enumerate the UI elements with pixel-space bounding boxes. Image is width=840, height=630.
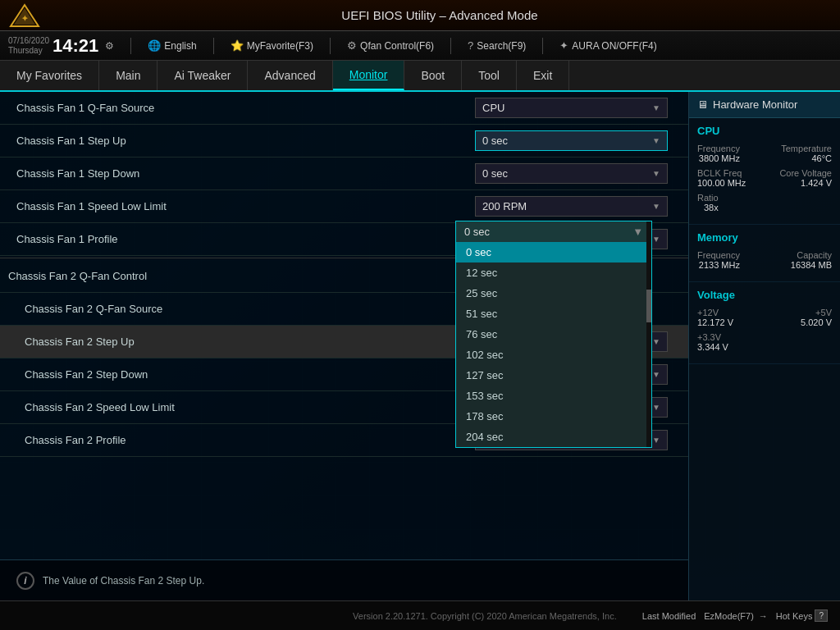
mem-capacity-value: 16384 MB: [791, 260, 832, 270]
dropdown-option-25sec[interactable]: 25 sec: [456, 283, 651, 304]
aura-icon: ✦: [559, 39, 568, 52]
chevron-down-icon: ▼: [652, 202, 660, 211]
12v-value: 12.172 V: [697, 317, 733, 327]
search-icon: ?: [468, 39, 473, 52]
english-button[interactable]: 🌐 English: [148, 39, 196, 52]
chassis-fan1-profile-label: Chassis Fan 1 Profile: [16, 233, 475, 245]
divider: [330, 38, 331, 54]
footer-buttons: Last Modified EzMode(F7) → Hot Keys ?: [642, 609, 828, 622]
dropdown-option-178sec[interactable]: 178 sec: [456, 406, 651, 427]
chassis-fan1-step-down-dropdown[interactable]: 0 sec ▼: [475, 163, 668, 184]
tab-tool[interactable]: Tool: [462, 61, 517, 90]
cpu-temperature-label: Temperature: [781, 144, 832, 153]
33v-row: +3.3V 3.344 V: [697, 332, 832, 352]
cpu-freq-temp-row: Frequency 3800 MHz Temperature 46°C: [697, 144, 832, 163]
chassis-fan1-qfan-source-label: Chassis Fan 1 Q-Fan Source: [16, 102, 475, 114]
ratio-label: Ratio: [697, 193, 719, 203]
chassis-fan1-step-up-label: Chassis Fan 1 Step Up: [16, 135, 475, 147]
scrollbar-thumb[interactable]: [646, 290, 651, 322]
search-button[interactable]: ? Search(F9): [468, 39, 526, 52]
dropdown-option-0sec-selected[interactable]: 0 sec: [456, 242, 651, 262]
nav-bar: My Favorites Main Ai Tweaker Advanced Mo…: [0, 61, 840, 92]
footer: Version 2.20.1271. Copyright (C) 2020 Am…: [0, 600, 840, 630]
mem-frequency-value: 2133 MHz: [697, 260, 740, 270]
info-text: The Value of Chassis Fan 2 Step Up.: [43, 575, 204, 587]
dropdown-option-153sec[interactable]: 153 sec: [456, 386, 651, 406]
cpu-temperature-value: 46°C: [781, 153, 832, 163]
asus-logo: ✦: [8, 2, 41, 29]
tab-exit[interactable]: Exit: [517, 61, 569, 90]
dropdown-option-51sec[interactable]: 51 sec: [456, 304, 651, 324]
chevron-down-icon: ▼: [652, 436, 660, 445]
aura-button[interactable]: ✦ AURA ON/OFF(F4): [559, 39, 656, 52]
info-bar: i The Value of Chassis Fan 2 Step Up.: [0, 559, 688, 600]
star-icon: ⭐: [231, 39, 244, 52]
dropdown-option-76sec[interactable]: 76 sec: [456, 324, 651, 345]
tab-main[interactable]: Main: [99, 61, 158, 90]
tab-ai-tweaker[interactable]: Ai Tweaker: [158, 61, 248, 90]
hot-keys-button[interactable]: Hot Keys ?: [776, 609, 828, 622]
chevron-down-icon: ▼: [652, 403, 660, 412]
settings-panel: Chassis Fan 1 Q-Fan Source CPU ▼ Chassis…: [0, 92, 688, 600]
memory-section: Memory Frequency 2133 MHz Capacity 16384…: [689, 225, 840, 282]
bclk-corevoltage-row: BCLK Freq 100.00 MHz Core Voltage 1.424 …: [697, 168, 832, 188]
tab-boot[interactable]: Boot: [404, 61, 462, 90]
chevron-down-icon: ▼: [632, 226, 643, 238]
mem-frequency-label: Frequency: [697, 250, 740, 260]
divider: [542, 38, 543, 54]
core-voltage-value: 1.424 V: [779, 178, 832, 188]
5v-value: 5.020 V: [801, 317, 832, 327]
gear-icon[interactable]: ⚙: [105, 40, 114, 52]
chassis-fan2-profile-label: Chassis Fan 2 Profile: [16, 434, 475, 446]
info-icon: i: [16, 572, 34, 590]
33v-label: +3.3V: [697, 332, 728, 342]
dropdown-option-12sec[interactable]: 12 sec: [456, 262, 651, 283]
chevron-down-icon: ▼: [652, 136, 660, 145]
tab-my-favorites[interactable]: My Favorites: [0, 61, 99, 90]
chassis-fan1-speed-low-limit-dropdown[interactable]: 200 RPM ▼: [475, 196, 668, 217]
hotkeys-key-badge: ?: [815, 609, 828, 622]
divider: [213, 38, 214, 54]
dropdown-option-204sec[interactable]: 204 sec: [456, 427, 651, 447]
chassis-fan1-qfan-source-dropdown[interactable]: CPU ▼: [475, 98, 668, 118]
fan-icon: ⚙: [347, 39, 357, 52]
mem-capacity-label: Capacity: [791, 250, 832, 260]
chassis-fan1-step-down-row: Chassis Fan 1 Step Down 0 sec ▼: [0, 158, 688, 190]
mem-freq-capacity-row: Frequency 2133 MHz Capacity 16384 MB: [697, 250, 832, 270]
voltage-section: Voltage +12V 12.172 V +5V 5.020 V +3.3V …: [689, 282, 840, 364]
memory-section-title: Memory: [697, 231, 832, 244]
chassis-fan1-speed-low-limit-label: Chassis Fan 1 Speed Low Limit: [16, 200, 475, 212]
last-modified-button[interactable]: Last Modified: [642, 611, 696, 621]
monitor-icon: 🖥: [697, 98, 708, 111]
cpu-frequency-label: Frequency: [697, 144, 740, 153]
5v-label: +5V: [801, 308, 832, 317]
chevron-down-icon: ▼: [652, 235, 660, 244]
tab-monitor[interactable]: Monitor: [333, 61, 405, 90]
time-display: 14:21: [52, 35, 98, 57]
dropdown-option-127sec[interactable]: 127 sec: [456, 365, 651, 386]
chassis-fan1-speed-low-limit-row: Chassis Fan 1 Speed Low Limit 200 RPM ▼: [0, 190, 688, 223]
chassis-fan2-speed-low-limit-label: Chassis Fan 2 Speed Low Limit: [16, 401, 475, 413]
chassis-fan2-step-up-label: Chassis Fan 2 Step Up: [16, 336, 475, 348]
chassis-fan1-step-up-row: Chassis Fan 1 Step Up 0 sec ▼: [0, 125, 688, 158]
scrollbar[interactable]: [646, 221, 651, 447]
33v-value: 3.344 V: [697, 342, 728, 352]
tab-advanced[interactable]: Advanced: [248, 61, 332, 90]
chassis-fan1-qfan-source-row: Chassis Fan 1 Q-Fan Source CPU ▼: [0, 92, 688, 125]
hardware-monitor-panel: 🖥 Hardware Monitor CPU Frequency 3800 MH…: [688, 92, 840, 600]
myfavorite-button[interactable]: ⭐ MyFavorite(F3): [231, 39, 313, 52]
globe-icon: 🌐: [148, 39, 161, 52]
step-up-dropdown-popup: 0 sec ▼ 0 sec 12 sec 25 sec 51 sec 76 se…: [455, 221, 652, 448]
chassis-fan1-step-up-dropdown[interactable]: 0 sec ▼: [475, 130, 668, 151]
ratio-row: Ratio 38x: [697, 193, 832, 212]
cpu-section: CPU Frequency 3800 MHz Temperature 46°C …: [689, 118, 840, 225]
voltage-section-title: Voltage: [697, 289, 832, 301]
chassis-fan1-step-down-label: Chassis Fan 1 Step Down: [16, 167, 475, 180]
ez-mode-button[interactable]: EzMode(F7) →: [704, 611, 768, 621]
divider: [450, 38, 451, 54]
dropdown-option-102sec[interactable]: 102 sec: [456, 345, 651, 365]
qfan-button[interactable]: ⚙ Qfan Control(F6): [347, 39, 434, 52]
12v-label: +12V: [697, 308, 733, 317]
svg-text:✦: ✦: [21, 14, 29, 23]
chassis-fan2-step-down-label: Chassis Fan 2 Step Down: [16, 368, 475, 381]
